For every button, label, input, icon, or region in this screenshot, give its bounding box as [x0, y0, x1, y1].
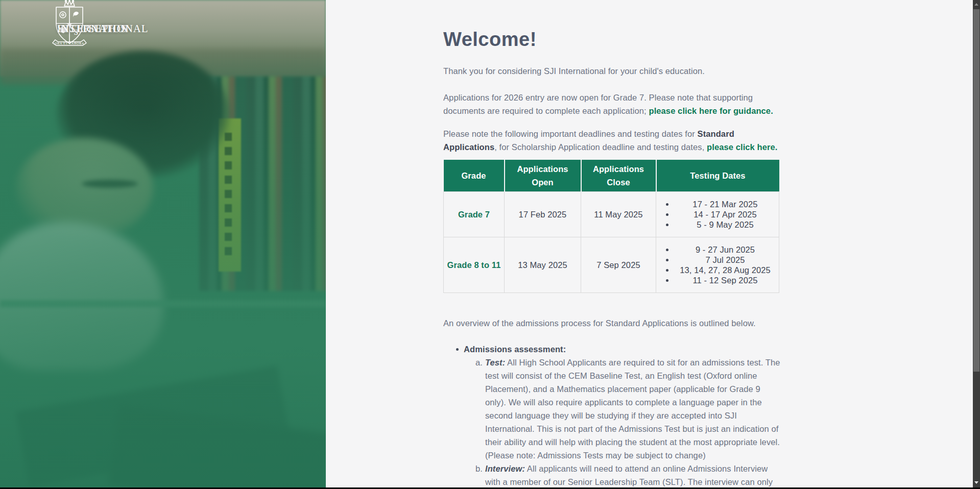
test-item-text: All High School Applicants are required …	[485, 358, 780, 460]
testing-date: 11 - 12 Sep 2025	[675, 275, 776, 285]
photo-green-overlay	[0, 0, 326, 489]
svg-text:ORA ET LABORA: ORA ET LABORA	[55, 41, 84, 45]
grade-7-testing-dates-list: 17 - 21 Mar 2025 14 - 17 Apr 2025 5 - 9 …	[659, 199, 776, 230]
interview-item-label: Interview:	[485, 464, 525, 473]
scholarship-dates-link[interactable]: please click here.	[707, 142, 777, 152]
interview-item: b.Interview: All applicants will need to…	[485, 462, 780, 489]
test-item-label: Test:	[485, 358, 505, 367]
col-header-grade: Grade	[444, 160, 505, 192]
table-row-grade-8-11: Grade 8 to 11 13 May 2025 7 Sep 2025 9 -…	[444, 237, 779, 293]
grade-8-11-testing-dates-list: 9 - 27 Jun 2025 7 Jul 2025 13, 14, 27, 2…	[659, 244, 776, 285]
assessment-sublist: a.Test: All High School Applicants are r…	[443, 356, 780, 489]
scroll-up-button[interactable]	[973, 0, 980, 8]
scroll-up-icon	[974, 3, 978, 6]
admissions-dates-table: Grade Applications Open Applications Clo…	[443, 160, 779, 293]
table-row-grade-7: Grade 7 17 Feb 2025 11 May 2025 17 - 21 …	[444, 192, 779, 237]
deadlines-text-mid: , for Scholarship Application deadline a…	[494, 142, 707, 152]
col-header-testing-dates: Testing Dates	[656, 160, 779, 192]
guidance-link[interactable]: please click here for guidance.	[649, 106, 773, 115]
table-header-row: Grade Applications Open Applications Clo…	[444, 160, 779, 192]
admissions-welcome-content: Welcome! Thank you for considering SJI I…	[443, 0, 780, 489]
testing-date: 7 Jul 2025	[675, 255, 776, 265]
test-item: a.Test: All High School Applicants are r…	[485, 356, 780, 462]
interview-item-marker: b.	[475, 462, 483, 475]
overview-paragraph: An overview of the admissions process fo…	[443, 316, 780, 330]
vertical-scrollbar[interactable]	[973, 0, 980, 487]
school-name-line3: INTERNATIONAL	[57, 22, 148, 35]
testing-date: 9 - 27 Jun 2025	[675, 244, 776, 255]
intro-paragraph: Thank you for considering SJI Internatio…	[443, 64, 780, 78]
col-header-applications-open: Applications Open	[505, 160, 581, 192]
admissions-assessment-heading: Admissions assessment:	[443, 343, 780, 356]
interview-item-text: All applicants will need to attend an on…	[485, 464, 773, 489]
scrollbar-thumb[interactable]	[973, 9, 979, 372]
testing-date: 5 - 9 May 2025	[675, 219, 776, 230]
deadlines-paragraph: Please note the following important dead…	[443, 127, 780, 154]
grade-7-open-date: 17 Feb 2025	[505, 192, 581, 237]
testing-date: 17 - 21 Mar 2025	[675, 199, 776, 209]
deadlines-text: Please note the following important dead…	[443, 129, 698, 138]
grade-8-11-open-date: 13 May 2025	[505, 237, 581, 293]
col-header-applications-close: Applications Close	[581, 160, 656, 192]
testing-date: 14 - 17 Apr 2025	[675, 209, 776, 219]
applications-open-paragraph: Applications for 2026 entry are now open…	[443, 91, 780, 117]
grade-8-11-link[interactable]: Grade 8 to 11	[447, 260, 501, 270]
grade-7-close-date: 11 May 2025	[581, 192, 656, 237]
hero-photo-student-reading: S ORA ET LABORA ST. JOSEPH’S INSTITUTION…	[0, 0, 326, 489]
grade-7-link[interactable]: Grade 7	[458, 210, 490, 219]
grade-8-11-close-date: 7 Sep 2025	[581, 237, 656, 293]
test-item-marker: a.	[475, 356, 483, 369]
testing-date: 13, 14, 27, 28 Aug 2025	[675, 265, 776, 275]
scroll-down-button[interactable]	[973, 478, 980, 486]
scroll-down-icon	[974, 481, 978, 484]
page-title: Welcome!	[443, 28, 780, 51]
